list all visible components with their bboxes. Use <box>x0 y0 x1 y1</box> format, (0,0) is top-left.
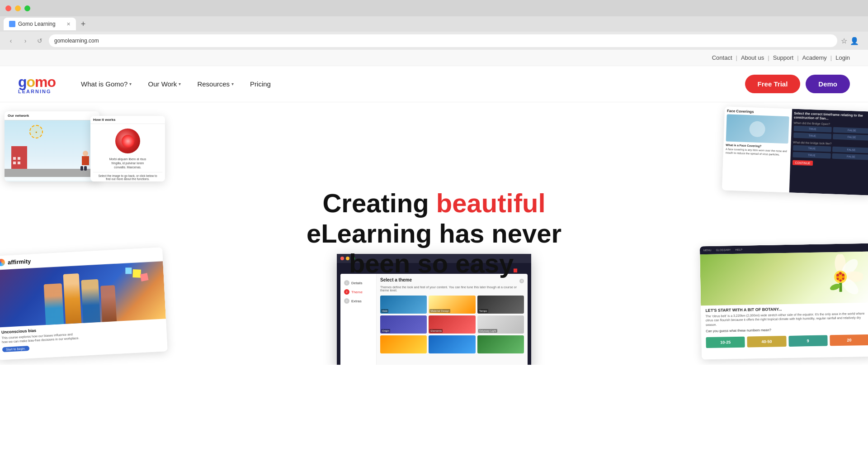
step-circle-2: 2 <box>344 289 349 295</box>
svg-point-3 <box>839 276 861 296</box>
theme-label-odyssey: Odyssey Light <box>478 329 497 333</box>
theme-thumb-r2[interactable] <box>429 335 475 353</box>
star-icon[interactable]: ☆ <box>841 37 847 45</box>
theme-selector-inner: 1 Details 2 Theme 3 Extras <box>340 274 528 365</box>
theme-thumb-r3[interactable] <box>477 335 524 353</box>
utility-link-contact[interactable]: Contact <box>712 54 732 61</box>
refresh-button[interactable]: ↺ <box>34 35 45 46</box>
nav-item-our-work[interactable]: Our Work ▾ <box>141 76 188 91</box>
utility-link-login[interactable]: Login <box>835 54 850 61</box>
affirmity-brand: affirmity <box>8 258 31 266</box>
theme-thumb-odyssey[interactable]: Odyssey Light <box>477 315 524 334</box>
svg-point-11 <box>842 277 844 280</box>
browser-tab-active[interactable]: Gomo Learning ✕ <box>4 18 76 30</box>
hero-part2: eLearning has never been so easy <box>307 219 561 278</box>
theme-thumb-halo[interactable]: Halo <box>380 296 427 314</box>
theme-label-halo: Halo <box>381 309 388 313</box>
theme-thumb-material[interactable]: Material Design <box>429 296 475 314</box>
free-trial-button[interactable]: Free Trial <box>745 75 801 93</box>
screenshot-affirmity: affirmity <box>0 247 168 360</box>
address-text: gomolearning.com <box>54 38 99 44</box>
utility-link-academy[interactable]: Academy <box>802 54 827 61</box>
theme-grid: Halo Material Design Tempo Origin <box>380 296 524 353</box>
svg-point-13 <box>829 282 841 291</box>
utility-link-about[interactable]: About us <box>741 54 764 61</box>
nav-item-what-is-gomo[interactable]: What is Gomo? ▾ <box>74 76 139 91</box>
svg-point-1 <box>839 256 861 278</box>
step-circle-1: 1 <box>344 280 349 286</box>
screenshot-how-it-works: How it works Morbi aliquam libero at ris… <box>90 116 165 181</box>
face-covering-question: What is a Face Covering? <box>726 143 788 148</box>
tab-title: Gomo Learning <box>18 21 56 27</box>
chevron-down-icon-3: ▾ <box>231 81 234 86</box>
tab-favicon <box>9 21 15 27</box>
forward-button[interactable]: › <box>20 35 31 46</box>
traffic-light-fullscreen[interactable] <box>24 5 30 11</box>
num-badge-0: 10-25 <box>706 337 745 348</box>
logo[interactable]: gomo LEARNING <box>18 74 56 94</box>
tab-close-button[interactable]: ✕ <box>66 21 71 27</box>
floats-right: Face Coverings What is a Face Covering? … <box>696 102 868 365</box>
theme-thumb-elements[interactable]: Elements <box>429 315 475 334</box>
step-2-label: Theme <box>351 290 363 294</box>
step-1-details: 1 Details <box>344 278 373 287</box>
profile-icon[interactable]: 👤 <box>850 37 859 45</box>
sep-1: | <box>736 54 737 61</box>
svg-point-9 <box>840 279 842 281</box>
traffic-light-close[interactable] <box>5 5 11 11</box>
nav-label-pricing: Pricing <box>250 80 271 88</box>
nav-items: What is Gomo? ▾ Our Work ▾ Resources ▾ P… <box>74 76 745 91</box>
nav-cta-group: Free Trial Demo <box>745 75 850 93</box>
chevron-down-icon: ▾ <box>129 81 132 86</box>
hero-part1: Creating <box>322 188 436 218</box>
theme-thumb-tempo[interactable]: Tempo <box>477 296 524 314</box>
botany-question: Can you guess what these numbers mean? <box>706 326 868 333</box>
nav-item-resources[interactable]: Resources ▾ <box>190 76 241 91</box>
num-badge-3: 20 <box>830 334 868 346</box>
utility-link-support[interactable]: Support <box>773 54 794 61</box>
demo-button[interactable]: Demo <box>806 75 850 93</box>
step-circle-3: 3 <box>344 298 349 304</box>
chevron-down-icon-2: ▾ <box>179 81 181 86</box>
botany-numbers: 10-25 40-50 9 20 <box>701 334 868 352</box>
svg-point-7 <box>842 274 844 277</box>
sep-2: | <box>768 54 769 61</box>
main-navigation: gomo LEARNING What is Gomo? ▾ Our Work ▾… <box>0 66 868 102</box>
nav-label-our-work: Our Work <box>148 80 177 88</box>
hero-period: . <box>512 248 519 278</box>
screenshot-network: Our network <box>5 111 99 181</box>
theme-close-icon[interactable]: ✕ <box>519 279 524 283</box>
svg-point-5 <box>836 272 845 281</box>
botany-title: LET'S START WITH A BIT OF BOTANY... <box>705 305 868 312</box>
theme-label-material: Material Design <box>429 309 450 313</box>
browser-tab-bar: Gomo Learning ✕ + <box>0 16 868 32</box>
step-1-label: Details <box>351 281 362 285</box>
browser-titlebar <box>0 0 868 16</box>
logo-subtext: LEARNING <box>18 89 56 94</box>
utility-links: Contact | About us | Support | Academy |… <box>712 54 850 61</box>
address-bar[interactable]: gomolearning.com <box>49 34 837 47</box>
step-3-label: Extras <box>351 299 362 303</box>
nav-item-pricing[interactable]: Pricing <box>243 76 278 91</box>
screenshot-quiz: Face Coverings What is a Face Covering? … <box>722 106 868 195</box>
svg-point-8 <box>839 272 842 275</box>
theme-main-panel: Select a theme ✕ Themes define the look … <box>377 274 528 365</box>
hero-text: Creating beautiful eLearning has never b… <box>280 188 588 279</box>
logo-letter-m: m <box>35 74 47 90</box>
num-badge-2: 9 <box>788 335 828 347</box>
theme-label-elements: Elements <box>429 329 443 333</box>
theme-thumb-r1[interactable] <box>380 335 427 353</box>
theme-thumb-origin[interactable]: Origin <box>380 315 427 334</box>
back-button[interactable]: ‹ <box>5 35 16 46</box>
nav-label-resources: Resources <box>197 80 230 88</box>
affirmity-subtitle: Unconscious bias <box>1 321 162 334</box>
svg-rect-12 <box>839 283 842 292</box>
theme-sidebar: 1 Details 2 Theme 3 Extras <box>340 274 377 365</box>
logo-letter-o2: o <box>47 74 56 90</box>
step-3-extras: 3 Extras <box>344 296 373 305</box>
botany-desc: The 'citrus belt' is a 3,220km (2,000mi)… <box>705 311 868 327</box>
traffic-light-minimize[interactable] <box>15 5 21 11</box>
new-tab-button[interactable]: + <box>78 19 89 29</box>
howit-title: How it works <box>93 118 115 122</box>
sep-4: | <box>830 54 832 61</box>
